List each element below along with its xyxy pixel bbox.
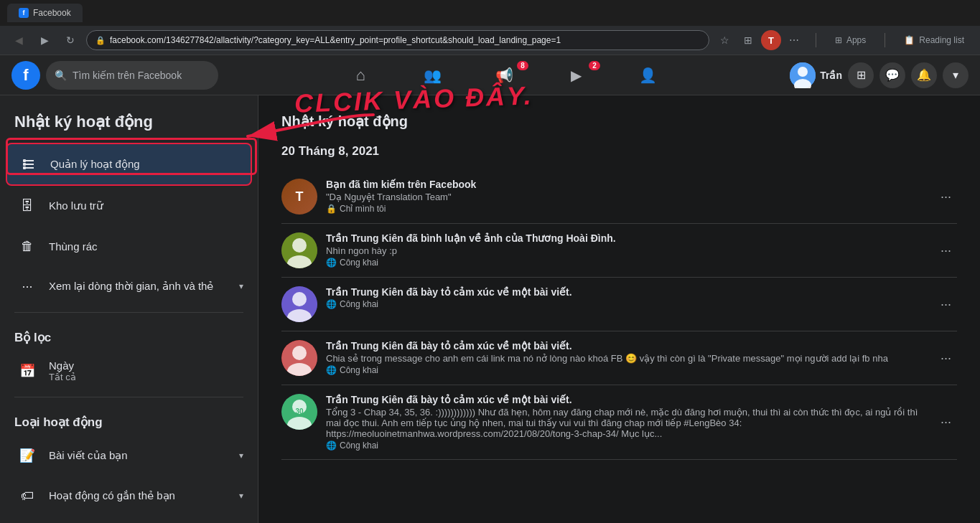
activity-avatar-4 bbox=[281, 340, 317, 376]
nav-groups[interactable]: 👤 bbox=[613, 58, 682, 93]
activity-privacy-4: 🌐 Công khai bbox=[326, 365, 926, 375]
search-bar[interactable]: 🔍 Tìm kiếm trên Facebook bbox=[46, 61, 218, 90]
reading-list-label: Reading list bbox=[919, 35, 964, 45]
activity-body-5: Trần Trung Kiên đã bày tỏ cảm xúc về một… bbox=[326, 394, 926, 451]
fb-header-right: Trần ⊞ 💬 🔔 ▾ bbox=[790, 62, 969, 88]
bell-btn[interactable]: 🔔 bbox=[911, 62, 937, 88]
reading-list-button[interactable]: 📋 Reading list bbox=[897, 32, 971, 48]
activity-options-3[interactable]: ··· bbox=[935, 294, 957, 315]
address-bar[interactable]: 🔒 facebook.com/1346277842/allactivity/?c… bbox=[86, 30, 709, 50]
browser-nav-bar: ◀ ▶ ↻ 🔒 facebook.com/1346277842/allactiv… bbox=[0, 26, 980, 55]
activity-main-text-1: Bạn đã tìm kiếm trên Facebook bbox=[326, 179, 926, 190]
svg-point-13 bbox=[292, 292, 307, 306]
tab-label: Facebook bbox=[33, 8, 71, 18]
fb-sidebar: Nhật ký hoạt động Quản lý hoạt động bbox=[0, 95, 258, 523]
trash-label: Thùng rác bbox=[49, 240, 243, 253]
fb-nav-center: ⌂ 👥 📢 8 ▶ 2 👤 bbox=[218, 58, 790, 93]
activity-body-3: Trần Trung Kiên đã bày tỏ cảm xúc về một… bbox=[326, 286, 926, 309]
friends-icon: 👥 bbox=[424, 67, 442, 84]
search-placeholder: Tìm kiếm trên Facebook bbox=[73, 70, 182, 81]
svg-point-10 bbox=[292, 238, 307, 253]
activity-privacy-2: 🌐 Công khai bbox=[326, 258, 926, 268]
tab-favicon: f bbox=[19, 8, 29, 18]
search-icon: 🔍 bbox=[55, 70, 67, 81]
activity-main-text-4: Trần Trung Kiên đã bày tỏ cảm xúc về một… bbox=[326, 340, 926, 352]
messenger-btn[interactable]: 💬 bbox=[879, 62, 905, 88]
activity-options-2[interactable]: ··· bbox=[935, 240, 957, 261]
posts-icon: 📝 bbox=[14, 443, 40, 468]
activity-sub-text-1: "Dạ Nguyệt Translation Team" bbox=[326, 192, 926, 202]
tagged-chevron-icon: ▾ bbox=[239, 491, 243, 501]
activity-main-text-5: Trần Trung Kiên đã bày tỏ cảm xúc về một… bbox=[326, 394, 926, 405]
apps-grid-icon: ⊞ bbox=[835, 35, 842, 45]
activity-sub-text-2: Nhìn ngon hày :p bbox=[326, 245, 926, 256]
posts-chevron-icon: ▾ bbox=[239, 451, 243, 461]
nav-notifications[interactable]: 📢 8 bbox=[470, 58, 538, 93]
activity-options-4[interactable]: ··· bbox=[935, 348, 957, 369]
activity-item: Trần Trung Kiên đã bày tỏ cảm xúc về một… bbox=[281, 278, 957, 331]
nav-home[interactable]: ⌂ bbox=[326, 58, 395, 93]
review-chevron-icon: ▾ bbox=[239, 281, 243, 291]
sidebar-divider-2 bbox=[14, 397, 243, 397]
browser-tab-bar: f Facebook bbox=[0, 0, 980, 26]
watch-badge: 2 bbox=[589, 61, 600, 70]
activity-item: Trần Trung Kiên đã bình luận về ảnh của … bbox=[281, 224, 957, 278]
sidebar-item-tagged[interactable]: 🏷 Hoạt động có gắn thẻ bạn ▾ bbox=[6, 476, 252, 516]
activity-avatar-2 bbox=[281, 232, 317, 268]
user-profile-btn[interactable]: Trần bbox=[790, 62, 842, 88]
privacy-icon-2: 🌐 bbox=[326, 258, 337, 268]
archive-label: Kho lưu trữ bbox=[49, 199, 243, 212]
content-title: Nhật ký hoạt động bbox=[281, 113, 957, 130]
activity-avatar-1: T bbox=[281, 179, 317, 215]
svg-point-16 bbox=[292, 346, 307, 360]
fb-logo[interactable]: f bbox=[11, 61, 40, 90]
activity-item: Trần Trung Kiên đã bày tỏ cảm xúc về một… bbox=[281, 331, 957, 385]
browser-actions: ☆ ⊞ T ⋯ bbox=[715, 30, 804, 50]
tagged-icon: 🏷 bbox=[14, 483, 40, 509]
trash-icon: 🗑 bbox=[14, 233, 40, 259]
activity-body-2: Trần Trung Kiên đã bình luận về ảnh của … bbox=[326, 232, 926, 268]
sidebar-item-trash[interactable]: 🗑 Thùng rác bbox=[6, 226, 252, 266]
chevron-btn[interactable]: ▾ bbox=[943, 62, 969, 88]
back-button[interactable]: ◀ bbox=[9, 30, 29, 50]
more-button[interactable]: ⋯ bbox=[784, 30, 804, 50]
tagged-label: Hoạt động có gắn thẻ bạn bbox=[49, 489, 230, 502]
forward-button[interactable]: ▶ bbox=[34, 30, 55, 50]
active-tab[interactable]: f Facebook bbox=[7, 4, 83, 22]
grid-menu-btn[interactable]: ⊞ bbox=[848, 62, 874, 88]
sidebar-item-review[interactable]: ··· Xem lại dòng thời gian, ảnh và thẻ ▾ bbox=[6, 266, 252, 306]
activity-privacy-5: 🌐 Công khai bbox=[326, 440, 926, 451]
reading-list-icon: 📋 bbox=[904, 35, 915, 45]
reload-button[interactable]: ↻ bbox=[60, 30, 80, 50]
activity-main-text-2: Trần Trung Kiên đã bình luận về ảnh của … bbox=[326, 232, 926, 244]
activity-avatar-5: 30 bbox=[281, 394, 317, 430]
sidebar-title: Nhật ký hoạt động bbox=[6, 107, 252, 137]
archive-icon: 🗄 bbox=[14, 193, 40, 219]
sidebar-item-posts[interactable]: 📝 Bài viết của bạn ▾ bbox=[6, 435, 252, 476]
sidebar-item-date[interactable]: 📅 Ngày Tất cả bbox=[6, 351, 252, 391]
activity-options-5[interactable]: ··· bbox=[935, 412, 957, 433]
svg-rect-7 bbox=[23, 163, 26, 166]
activity-sub-text-5: Tổng 3 - Chap 34, 35, 36. :)))))))))))) … bbox=[326, 407, 926, 439]
extensions-button[interactable]: ⊞ bbox=[738, 30, 758, 50]
fb-content: Nhật ký hoạt động 20 Tháng 8, 2021 T Bạn… bbox=[258, 95, 980, 523]
sidebar-item-archive[interactable]: 🗄 Kho lưu trữ bbox=[6, 186, 252, 226]
fb-main: Nhật ký hoạt động Quản lý hoạt động bbox=[0, 95, 980, 523]
sidebar-item-interactions[interactable]: 👍 Tương tác ▾ bbox=[6, 516, 252, 523]
nav-friends[interactable]: 👥 bbox=[398, 58, 467, 93]
apps-label: Apps bbox=[846, 35, 866, 45]
review-label: Xem lại dòng thời gian, ảnh và thẻ bbox=[49, 280, 230, 293]
svg-rect-6 bbox=[23, 159, 26, 162]
sidebar-item-manage-activity[interactable]: Quản lý hoạt động bbox=[6, 143, 252, 186]
privacy-icon-1: 🔒 bbox=[326, 204, 337, 214]
activity-sub-text-4: Chia sẻ trong message cho anh em cái lin… bbox=[326, 353, 926, 364]
activity-options-1[interactable]: ··· bbox=[935, 187, 957, 207]
notifications-icon: 📢 bbox=[495, 67, 513, 84]
apps-button[interactable]: ⊞ Apps bbox=[828, 32, 873, 48]
star-button[interactable]: ☆ bbox=[715, 30, 735, 50]
profile-button[interactable]: T bbox=[761, 30, 781, 50]
fb-header: f 🔍 Tìm kiếm trên Facebook ⌂ 👥 📢 8 ▶ 2 👤 bbox=[0, 55, 980, 95]
nav-watch[interactable]: ▶ 2 bbox=[541, 58, 610, 93]
browser-chrome: f Facebook ◀ ▶ ↻ 🔒 facebook.com/13462778… bbox=[0, 0, 980, 55]
date-header: 20 Tháng 8, 2021 bbox=[281, 144, 957, 159]
